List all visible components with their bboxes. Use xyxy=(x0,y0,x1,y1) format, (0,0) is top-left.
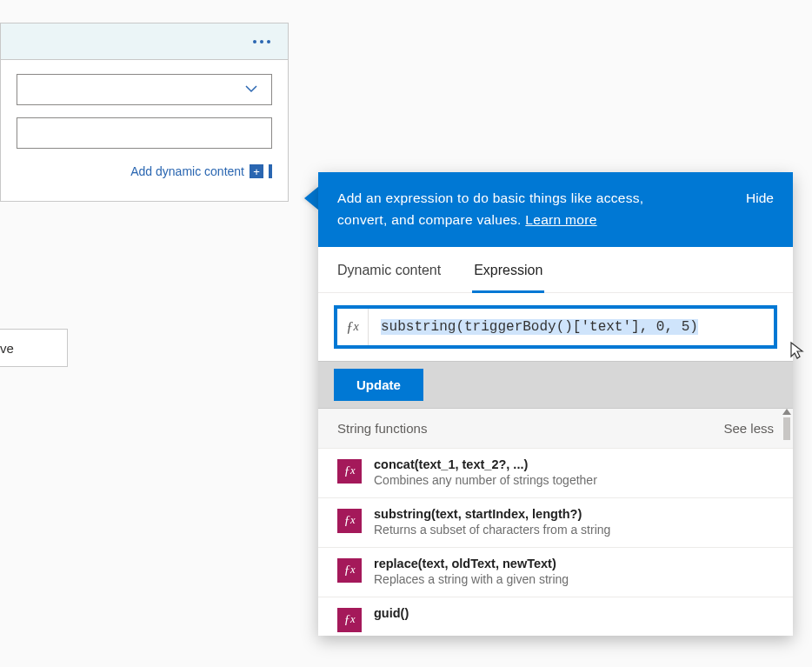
popover-banner: Add an expression to do basic things lik… xyxy=(318,172,793,247)
function-item-substring[interactable]: ƒx substring(text, startIndex, length?) … xyxy=(318,498,793,548)
tab-expression[interactable]: Expression xyxy=(474,247,542,292)
update-row: Update xyxy=(318,361,793,409)
function-description: Combines any number of strings together xyxy=(374,473,597,487)
ellipsis-menu[interactable] xyxy=(253,23,270,60)
card-body: Add dynamic content + xyxy=(1,60,288,201)
fx-badge-icon: ƒx xyxy=(337,509,362,533)
scrollbar[interactable] xyxy=(782,409,791,444)
function-signature: guid() xyxy=(374,606,409,620)
partial-button[interactable]: ve xyxy=(0,329,68,367)
fx-badge-icon: ƒx xyxy=(337,558,362,583)
fx-badge-icon: ƒx xyxy=(337,459,362,484)
partial-button-label: ve xyxy=(0,341,14,356)
section-title: String functions xyxy=(337,421,427,436)
update-button[interactable]: Update xyxy=(334,369,423,401)
add-dynamic-content-link[interactable]: Add dynamic content + xyxy=(17,161,272,178)
hide-link[interactable]: Hide xyxy=(746,188,774,231)
expression-input-wrap: ƒx substring(triggerBody()['text'], 0, 5… xyxy=(334,305,777,349)
function-item-replace[interactable]: ƒx replace(text, oldText, newText) Repla… xyxy=(318,548,793,597)
plus-icon: + xyxy=(250,164,263,178)
function-signature: concat(text_1, text_2?, ...) xyxy=(374,457,597,471)
function-item-concat[interactable]: ƒx concat(text_1, text_2?, ...) Combines… xyxy=(318,449,793,498)
learn-more-link[interactable]: Learn more xyxy=(525,212,596,227)
popover-pointer-icon xyxy=(304,186,319,210)
banner-text: Add an expression to do basic things lik… xyxy=(337,188,643,231)
function-signature: substring(text, startIndex, length?) xyxy=(374,507,610,521)
see-less-link[interactable]: See less xyxy=(723,421,774,436)
dropdown-field[interactable] xyxy=(17,74,272,105)
function-description: Replaces a string with a given string xyxy=(374,572,569,586)
action-card: Add dynamic content + xyxy=(0,23,289,202)
fx-badge-icon: ƒx xyxy=(337,608,362,632)
chevron-down-icon xyxy=(243,81,259,100)
card-header xyxy=(1,23,288,60)
tabs: Dynamic content Expression xyxy=(318,247,793,293)
tab-dynamic-content[interactable]: Dynamic content xyxy=(337,247,441,292)
function-signature: replace(text, oldText, newText) xyxy=(374,557,569,570)
expression-value: substring(triggerBody()['text'], 0, 5) xyxy=(381,319,698,335)
expression-popover: Add an expression to do basic things lik… xyxy=(318,172,793,636)
section-string-functions: String functions See less xyxy=(318,409,793,449)
add-dynamic-label: Add dynamic content xyxy=(130,164,244,178)
fx-icon: ƒx xyxy=(337,309,369,345)
text-field[interactable] xyxy=(17,117,272,149)
function-item-guid[interactable]: ƒx guid() xyxy=(318,597,793,636)
function-description: Returns a subset of characters from a st… xyxy=(374,523,610,537)
function-list: ƒx concat(text_1, text_2?, ...) Combines… xyxy=(318,449,793,636)
expression-input[interactable]: substring(triggerBody()['text'], 0, 5) xyxy=(369,309,774,345)
bar-icon xyxy=(269,164,272,178)
